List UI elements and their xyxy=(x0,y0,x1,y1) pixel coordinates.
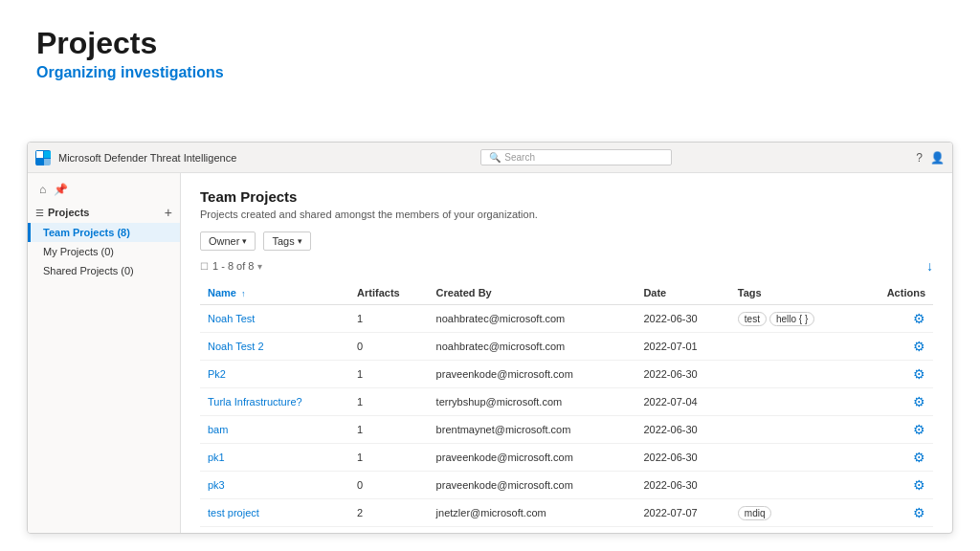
date-cell: 2022-06-30 xyxy=(635,472,729,499)
action-menu-button[interactable]: ⚙ xyxy=(913,366,925,382)
date-cell: 2022-06-30 xyxy=(635,361,729,388)
th-actions: Actions xyxy=(859,281,933,305)
table-row: bam1brentmaynet@microsoft.com2022-06-30⚙ xyxy=(200,416,933,444)
actions-cell: ⚙ xyxy=(859,416,933,444)
project-name-cell: Turla Infrastructure? xyxy=(200,388,349,416)
sidebar-item-shared-projects-label: Shared Projects (0) xyxy=(43,265,134,276)
project-name-link[interactable]: Pk2 xyxy=(208,368,226,380)
action-menu-button[interactable]: ⚙ xyxy=(913,311,925,326)
sidebar-add-button[interactable]: + xyxy=(165,206,172,219)
tags-cell xyxy=(730,388,859,416)
artifacts-cell: 1 xyxy=(349,388,429,416)
content-title: Team Projects xyxy=(200,188,933,205)
help-button[interactable]: ? xyxy=(916,151,923,165)
table-row: Noah Test1noahbratec@microsoft.com2022-0… xyxy=(200,305,933,333)
actions-cell: ⚙ xyxy=(859,333,933,361)
action-menu-button[interactable]: ⚙ xyxy=(913,394,925,409)
sidebar-section-label: Projects xyxy=(48,207,161,218)
content-subtitle: Projects created and shared amongst the … xyxy=(200,209,933,220)
sort-indicator: ↑ xyxy=(241,289,246,298)
checkbox-icon[interactable]: ☐ xyxy=(200,261,209,272)
home-icon[interactable]: ⌂ xyxy=(35,181,50,198)
project-name-link[interactable]: pk3 xyxy=(208,479,225,491)
svg-rect-0 xyxy=(36,151,43,158)
th-date: Date xyxy=(635,281,729,305)
project-name-link[interactable]: Noah Test xyxy=(208,313,255,324)
tags-cell xyxy=(730,333,859,361)
pagination-chevron-icon: ▾ xyxy=(257,261,262,272)
tags-cell: testhello { } xyxy=(730,305,859,333)
date-cell: 2022-07-01 xyxy=(635,333,729,361)
project-name-cell: Pk2 xyxy=(200,361,349,388)
project-name-cell: Noah Test xyxy=(200,305,349,333)
tags-filter-button[interactable]: Tags ▾ xyxy=(263,231,310,251)
table-row: Noah Test 20noahbratec@microsoft.com2022… xyxy=(200,333,933,361)
artifacts-cell: 0 xyxy=(349,333,429,361)
th-tags: Tags xyxy=(730,281,859,305)
chevron-down-icon: ▾ xyxy=(298,236,302,246)
owner-filter-button[interactable]: Owner ▾ xyxy=(200,231,256,251)
artifacts-cell: 1 xyxy=(349,416,429,444)
sidebar-item-my-projects[interactable]: My Projects (0) xyxy=(28,242,180,261)
created-by-cell: brentmaynet@microsoft.com xyxy=(429,416,636,444)
artifacts-cell: 1 xyxy=(349,444,429,472)
sidebar-item-team-projects[interactable]: Team Projects (8) xyxy=(28,223,180,242)
tags-cell xyxy=(730,361,859,388)
created-by-cell: noahbratec@microsoft.com xyxy=(429,333,636,361)
sort-down-icon[interactable]: ↓ xyxy=(926,258,933,274)
project-name-link[interactable]: Noah Test 2 xyxy=(208,341,264,352)
tags-cell: mdiq xyxy=(730,499,859,527)
created-by-cell: praveenkode@microsoft.com xyxy=(429,361,636,388)
project-name-cell: Noah Test 2 xyxy=(200,333,349,361)
sidebar: ⌂ 📌 ☰ Projects + Team Projects (8) My Pr… xyxy=(28,173,181,533)
created-by-cell: terrybshup@microsoft.com xyxy=(429,388,636,416)
svg-rect-2 xyxy=(36,159,43,165)
sidebar-item-shared-projects[interactable]: Shared Projects (0) xyxy=(28,261,180,280)
actions-cell: ⚙ xyxy=(859,361,933,388)
page-subtitle: Organizing investigations xyxy=(36,64,944,81)
page-title: Projects xyxy=(36,27,944,60)
search-placeholder: Search xyxy=(504,152,535,163)
action-menu-button[interactable]: ⚙ xyxy=(913,422,925,437)
artifacts-cell: 2 xyxy=(349,499,429,527)
sidebar-item-team-projects-label: Team Projects (8) xyxy=(43,227,130,238)
project-name-link[interactable]: pk1 xyxy=(208,452,225,463)
project-name-cell: bam xyxy=(200,416,349,444)
actions-cell: ⚙ xyxy=(859,305,933,333)
created-by-cell: jnetzler@microsoft.com xyxy=(429,499,636,527)
tags-cell xyxy=(730,416,859,444)
filters-row: Owner ▾ Tags ▾ xyxy=(200,231,933,251)
tag-badge: test xyxy=(738,312,767,326)
th-created-by: Created By xyxy=(429,281,636,305)
action-menu-button[interactable]: ⚙ xyxy=(913,450,925,465)
action-menu-button[interactable]: ⚙ xyxy=(913,477,925,493)
project-name-link[interactable]: Turla Infrastructure? xyxy=(208,396,302,408)
pagination-row: ☐ 1 - 8 of 8 ▾ ↓ xyxy=(200,258,933,274)
table-header-row: Name ↑ Artifacts Created By Date Tags Ac… xyxy=(200,281,933,305)
artifacts-cell: 0 xyxy=(349,472,429,499)
svg-rect-1 xyxy=(44,151,51,158)
table-row: Turla Infrastructure?1terrybshup@microso… xyxy=(200,388,933,416)
app-name: Microsoft Defender Threat Intelligence xyxy=(58,152,236,164)
th-name[interactable]: Name ↑ xyxy=(200,281,349,305)
hero-section: Projects Organizing investigations xyxy=(0,0,980,97)
project-name-cell: pk3 xyxy=(200,472,349,499)
svg-rect-3 xyxy=(44,159,51,165)
artifacts-cell: 1 xyxy=(349,305,429,333)
user-icon[interactable]: 👤 xyxy=(930,151,945,165)
search-icon: 🔍 xyxy=(489,152,501,163)
action-menu-button[interactable]: ⚙ xyxy=(913,339,925,354)
table-row: pk30praveenkode@microsoft.com2022-06-30⚙ xyxy=(200,472,933,499)
action-menu-button[interactable]: ⚙ xyxy=(913,505,925,520)
table-row: pk11praveenkode@microsoft.com2022-06-30⚙ xyxy=(200,444,933,472)
page-wrapper: Projects Organizing investigations Micro… xyxy=(0,0,980,551)
pagination-label: 1 - 8 of 8 xyxy=(212,260,254,272)
project-name-link[interactable]: bam xyxy=(208,424,228,435)
tag-badge: hello { } xyxy=(769,312,814,326)
search-bar[interactable]: 🔍 Search xyxy=(480,149,672,165)
project-name-link[interactable]: test project xyxy=(208,507,259,518)
actions-cell: ⚙ xyxy=(859,444,933,472)
sidebar-section: ☰ Projects + xyxy=(28,202,180,223)
tag-badge: mdiq xyxy=(738,506,772,520)
tags-cell xyxy=(730,472,859,499)
